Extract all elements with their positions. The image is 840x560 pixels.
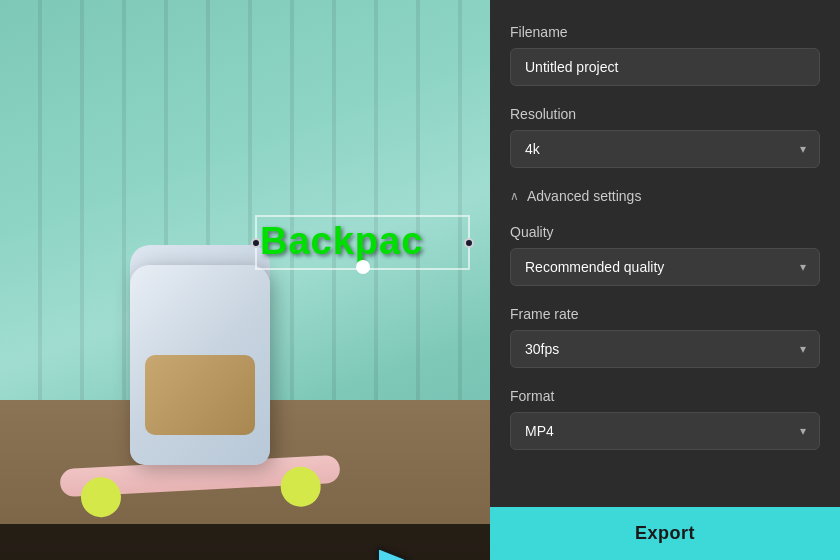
advanced-settings-chevron-icon: ∧	[510, 189, 519, 203]
format-select[interactable]: MP4 MOV AVI GIF	[510, 412, 820, 450]
quality-select-wrapper: Low quality Recommended quality High qua…	[510, 248, 820, 286]
quality-select[interactable]: Low quality Recommended quality High qua…	[510, 248, 820, 286]
handle-right[interactable]	[464, 238, 474, 248]
resolution-label: Resolution	[510, 106, 820, 122]
video-preview-panel: Backpac	[0, 0, 490, 560]
advanced-settings-toggle[interactable]: ∧ Advanced settings	[510, 188, 820, 204]
format-label: Format	[510, 388, 820, 404]
filename-group: Filename	[510, 24, 820, 86]
resolution-select-wrapper: 720p 1080p 4k ▾	[510, 130, 820, 168]
filename-input[interactable]	[510, 48, 820, 86]
format-select-wrapper: MP4 MOV AVI GIF ▾	[510, 412, 820, 450]
export-button[interactable]: Export	[490, 507, 840, 560]
bottom-bar	[0, 524, 490, 560]
framerate-group: Frame rate 24fps 30fps 60fps ▾	[510, 306, 820, 368]
backpack	[120, 245, 280, 465]
resolution-select[interactable]: 720p 1080p 4k	[510, 130, 820, 168]
settings-panel: Filename Resolution 720p 1080p 4k ▾ ∧ Ad…	[490, 0, 840, 560]
advanced-settings-label: Advanced settings	[527, 188, 641, 204]
framerate-select[interactable]: 24fps 30fps 60fps	[510, 330, 820, 368]
framerate-label: Frame rate	[510, 306, 820, 322]
handle-left[interactable]	[251, 238, 261, 248]
quality-label: Quality	[510, 224, 820, 240]
settings-content: Filename Resolution 720p 1080p 4k ▾ ∧ Ad…	[490, 0, 840, 507]
format-group: Format MP4 MOV AVI GIF ▾	[510, 388, 820, 450]
quality-group: Quality Low quality Recommended quality …	[510, 224, 820, 286]
handle-bottom[interactable]	[356, 260, 370, 274]
video-frame: Backpac	[0, 0, 490, 560]
resolution-group: Resolution 720p 1080p 4k ▾	[510, 106, 820, 168]
filename-label: Filename	[510, 24, 820, 40]
svg-marker-0	[378, 548, 408, 560]
framerate-select-wrapper: 24fps 30fps 60fps ▾	[510, 330, 820, 368]
selection-box	[255, 215, 470, 270]
backpack-pocket	[145, 355, 255, 435]
